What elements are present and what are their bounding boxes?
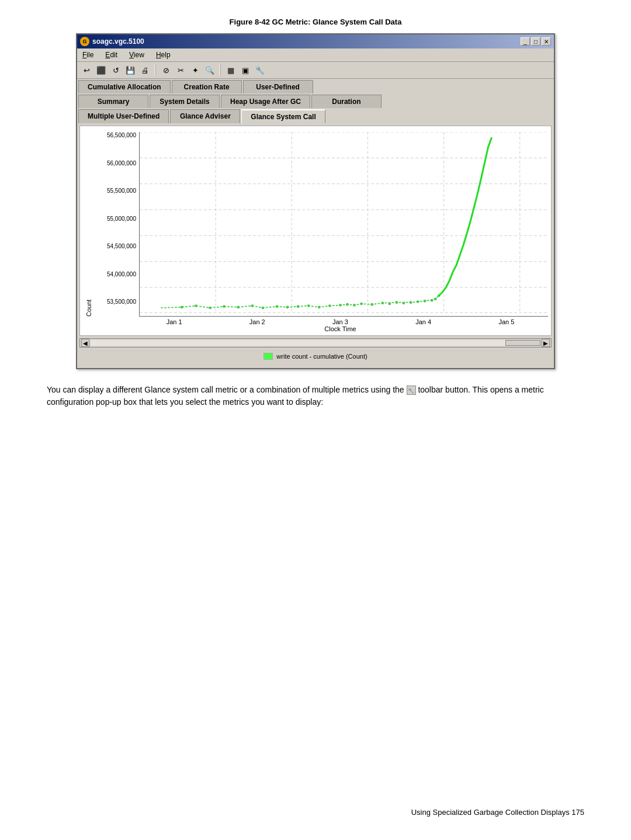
- y-tick-3: 54,500,000: [92, 243, 136, 249]
- tab-duration[interactable]: Duration: [311, 95, 382, 108]
- menu-help[interactable]: Help: [153, 50, 174, 60]
- menu-file[interactable]: File: [79, 50, 96, 60]
- x-tick-jan1: Jan 1: [167, 318, 182, 325]
- undo-button[interactable]: ↩: [80, 64, 93, 77]
- application-window: G soagc.vgc.5100 _ □ ✕ File Edit View He…: [76, 33, 555, 369]
- title-bar-left: G soagc.vgc.5100: [80, 37, 144, 46]
- scroll-left-button[interactable]: ◀: [81, 339, 89, 347]
- y-tick-1: 53,500,000: [92, 298, 136, 305]
- title-bar-controls[interactable]: _ □ ✕: [521, 37, 551, 46]
- save-button[interactable]: 💾: [124, 64, 137, 77]
- config-icon: 🔧: [407, 386, 416, 395]
- print-button[interactable]: 🖨: [138, 64, 151, 77]
- y-tick-4: 55,000,000: [92, 216, 136, 222]
- close-button[interactable]: ✕: [542, 37, 551, 46]
- tab-row-3: Multiple User-Defined Glance Adviser Gla…: [78, 109, 553, 123]
- menu-view[interactable]: View: [126, 50, 147, 60]
- y-axis-label: Count: [83, 132, 92, 317]
- tab-area: Cumulative Allocation Creation Rate User…: [77, 79, 554, 123]
- cross-button[interactable]: ✦: [189, 64, 202, 77]
- tab-system-details[interactable]: System Details: [150, 95, 220, 108]
- tab-heap-usage[interactable]: Heap Usage After GC: [221, 95, 310, 108]
- tab-creation-rate[interactable]: Creation Rate: [172, 80, 242, 93]
- cut-button[interactable]: ✂: [174, 64, 187, 77]
- tab-summary[interactable]: Summary: [78, 95, 148, 108]
- chart-legend: write count - cumulative (Count): [77, 350, 554, 362]
- menu-bar: File Edit View Help: [77, 48, 554, 62]
- trend-line: [439, 137, 491, 296]
- config-button[interactable]: 🔧: [254, 64, 266, 77]
- tab-multiple-user-defined[interactable]: Multiple User-Defined: [78, 109, 169, 123]
- toolbar: ↩ ⬛ ↺ 💾 🖨 ⊘ ✂ ✦ 🔍 ▦ ▣ 🔧: [77, 62, 554, 79]
- x-axis-title: Clock Time: [83, 325, 548, 332]
- bottom-spacer: [77, 362, 554, 368]
- copy-button[interactable]: ⬛: [95, 64, 108, 77]
- chart-plot-area: [139, 132, 548, 317]
- maximize-button[interactable]: □: [531, 37, 540, 46]
- scroll-track: [91, 340, 540, 346]
- stop-button[interactable]: ⊘: [160, 64, 172, 77]
- bar-chart-button[interactable]: ▦: [224, 64, 237, 77]
- tab-glance-adviser[interactable]: Glance Adviser: [170, 109, 240, 123]
- chart-inner: Count 56,500,000 56,000,000 55,500,000 5…: [83, 132, 548, 332]
- y-tick-2: 54,000,000: [92, 271, 136, 277]
- data-points: [181, 294, 441, 310]
- window-title: soagc.vgc.5100: [92, 37, 144, 46]
- minimize-button[interactable]: _: [521, 37, 530, 46]
- chart-body: Count 56,500,000 56,000,000 55,500,000 5…: [83, 132, 548, 317]
- body-text: You can display a different Glance syste…: [47, 384, 584, 408]
- body-paragraph: You can display a different Glance syste…: [47, 384, 584, 408]
- y-tick-labels: 56,500,000 56,000,000 55,500,000 55,000,…: [92, 132, 139, 317]
- chart-svg: [140, 132, 548, 316]
- search-button[interactable]: 🔍: [203, 64, 216, 77]
- menu-edit[interactable]: Edit: [102, 50, 120, 60]
- toolbar-separator-2: [220, 64, 221, 76]
- x-tick-jan3: Jan 3: [332, 318, 348, 325]
- figure-title: Figure 8-42 GC Metric: Glance System Cal…: [47, 18, 584, 26]
- x-tick-jan2: Jan 2: [249, 318, 265, 325]
- footer-text: Using Specialized Garbage Collection Dis…: [411, 808, 584, 817]
- y-tick-6: 56,000,000: [92, 160, 136, 166]
- title-bar: G soagc.vgc.5100 _ □ ✕: [77, 34, 554, 48]
- x-tick-jan5: Jan 5: [498, 318, 514, 325]
- page-footer: Using Specialized Garbage Collection Dis…: [411, 808, 584, 817]
- chart-scrollbar[interactable]: ◀ ▶: [79, 338, 552, 348]
- tab-glance-system-call[interactable]: Glance System Call: [241, 109, 325, 123]
- legend-color-swatch: [264, 353, 273, 360]
- chart-container: Count 56,500,000 56,000,000 55,500,000 5…: [79, 126, 552, 336]
- scroll-thumb[interactable]: [505, 340, 540, 346]
- toolbar-separator-1: [155, 64, 156, 76]
- x-axis-labels: Jan 1 Jan 2 Jan 3 Jan 4 Jan 5: [83, 318, 548, 325]
- refresh-button[interactable]: ↺: [109, 64, 122, 77]
- y-tick-7: 56,500,000: [92, 132, 136, 138]
- tab-row-2: Summary System Details Heap Usage After …: [78, 95, 553, 108]
- grid-button[interactable]: ▣: [239, 64, 252, 77]
- x-tick-jan4: Jan 4: [415, 318, 431, 325]
- tab-cumulative-allocation[interactable]: Cumulative Allocation: [78, 80, 171, 93]
- y-tick-5: 55,500,000: [92, 188, 136, 194]
- app-icon: G: [80, 37, 89, 46]
- legend-label: write count - cumulative (Count): [276, 353, 367, 360]
- tab-row-1: Cumulative Allocation Creation Rate User…: [78, 80, 553, 93]
- scroll-right-button[interactable]: ▶: [542, 339, 550, 347]
- tab-user-defined[interactable]: User-Defined: [243, 80, 313, 93]
